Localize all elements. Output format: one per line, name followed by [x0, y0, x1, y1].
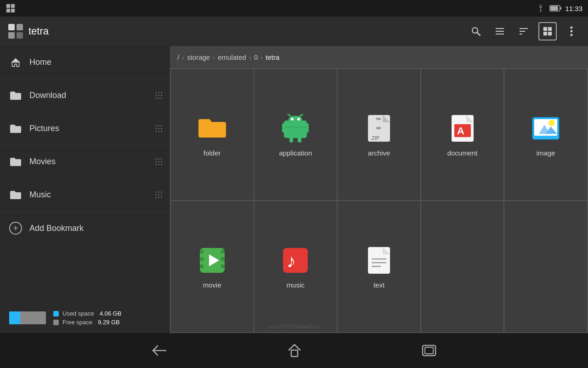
svg-rect-43 [376, 132, 381, 134]
grid-item-application[interactable]: application [254, 69, 337, 200]
drag-handle [155, 92, 163, 99]
sidebar-item-music[interactable]: Music [0, 178, 170, 212]
svg-rect-8 [8, 24, 15, 30]
storage-free-row: Free space 9.29 GB [53, 319, 121, 326]
svg-rect-69 [291, 350, 298, 356]
svg-rect-37 [298, 137, 301, 143]
storage-bar [9, 311, 46, 324]
status-right: 11:33 [536, 5, 582, 12]
folder-icon-pictures [9, 122, 22, 135]
search-button[interactable] [467, 22, 485, 40]
breadcrumb-0[interactable]: 0 [254, 53, 258, 61]
home-nav-button[interactable] [287, 343, 302, 358]
svg-text:A: A [457, 125, 464, 137]
svg-rect-28 [288, 116, 302, 124]
wifi-icon [536, 5, 546, 12]
breadcrumb-storage[interactable]: storage [187, 53, 210, 61]
used-dot [53, 311, 59, 316]
svg-point-26 [571, 34, 573, 36]
sidebar-item-home[interactable]: Home [0, 46, 170, 79]
svg-line-30 [300, 114, 304, 116]
recents-button[interactable] [421, 344, 437, 357]
content-area: / › storage › emulated › 0 › tetra folde… [170, 46, 588, 333]
folder-icon-movies [9, 155, 22, 168]
grid-item-image[interactable]: image [504, 69, 587, 200]
drag-handle-pictures [155, 125, 163, 132]
grid-view-button[interactable] [538, 22, 557, 40]
svg-rect-22 [543, 32, 547, 35]
svg-point-4 [540, 11, 542, 12]
music-type-icon: ♪ [279, 244, 311, 276]
file-grid: folder [170, 68, 588, 333]
grid-item-folder[interactable]: folder [171, 69, 254, 200]
svg-rect-20 [543, 27, 547, 31]
drag-handle-music [155, 191, 163, 199]
image-label: image [537, 149, 555, 157]
svg-rect-34 [282, 123, 285, 132]
free-value: 9.29 GB [98, 319, 120, 326]
grid-item-document[interactable]: A document [421, 69, 504, 200]
svg-line-29 [287, 114, 290, 116]
svg-rect-0 [6, 4, 10, 8]
music-label: music [287, 281, 305, 289]
toolbar: tetra [0, 17, 588, 46]
breadcrumb-emulated[interactable]: emulated [218, 53, 246, 61]
more-options-button[interactable] [562, 22, 581, 40]
status-left [6, 3, 16, 13]
storage-info: Used space 4.06 GB Free space 9.29 GB [0, 302, 170, 333]
grid-item-movie[interactable]: movie [171, 201, 254, 332]
bottom-nav [0, 333, 588, 368]
sidebar-download-label: Download [29, 91, 161, 100]
add-bookmark-button[interactable]: + Add Bookmark [0, 212, 170, 245]
svg-rect-64 [368, 247, 390, 274]
time-display: 11:33 [565, 5, 582, 12]
storage-used-bar [9, 311, 20, 324]
list-view-button[interactable] [491, 22, 509, 40]
free-label: Free space [62, 319, 92, 326]
svg-rect-55 [200, 250, 204, 253]
sidebar: Home Download Pictures [0, 46, 170, 333]
storage-used-row: Used space 4.06 GB [53, 310, 121, 317]
svg-rect-57 [200, 264, 204, 268]
sidebar-home-label: Home [29, 58, 161, 67]
svg-rect-40 [376, 118, 381, 120]
storage-labels: Used space 4.06 GB Free space 9.29 GB [53, 310, 121, 326]
sidebar-item-download[interactable]: Download [0, 79, 170, 112]
archive-type-icon: ZIP [363, 112, 395, 144]
used-label: Used space [62, 310, 94, 317]
back-button[interactable] [151, 344, 168, 357]
add-icon: + [9, 222, 22, 235]
svg-rect-36 [289, 137, 293, 143]
folder-icon-download [9, 89, 22, 102]
archive-label: archive [368, 149, 390, 157]
folder-type-icon [196, 112, 228, 144]
svg-rect-7 [550, 6, 558, 10]
svg-rect-35 [306, 123, 309, 132]
breadcrumb-root[interactable]: / [177, 53, 179, 61]
svg-rect-9 [17, 24, 23, 30]
add-bookmark-label: Add Bookmark [29, 224, 161, 233]
movie-type-icon [196, 244, 228, 276]
logo-icon [7, 23, 24, 40]
svg-rect-59 [221, 257, 225, 261]
grid-item-music[interactable]: ♪ music [254, 201, 337, 332]
sidebar-item-pictures[interactable]: Pictures [0, 112, 170, 145]
breadcrumb-current: tetra [266, 53, 279, 61]
app-title: tetra [28, 25, 49, 37]
sort-button[interactable] [514, 22, 533, 40]
svg-point-25 [571, 30, 573, 33]
grid-item-text[interactable]: text [338, 201, 420, 332]
svg-rect-21 [548, 27, 552, 31]
svg-text:♪: ♪ [287, 251, 296, 271]
grid-item-archive[interactable]: ZIP archive [338, 69, 420, 200]
svg-rect-3 [11, 9, 15, 12]
folder-label: folder [204, 149, 221, 157]
free-dot [53, 320, 59, 325]
grid-cell-empty-2 [504, 201, 587, 332]
application-label: application [279, 149, 312, 157]
sidebar-item-movies[interactable]: Movies [0, 145, 170, 178]
home-icon [9, 56, 22, 69]
svg-rect-58 [221, 250, 225, 253]
breadcrumb: / › storage › emulated › 0 › tetra [170, 46, 588, 68]
svg-point-31 [291, 118, 294, 121]
